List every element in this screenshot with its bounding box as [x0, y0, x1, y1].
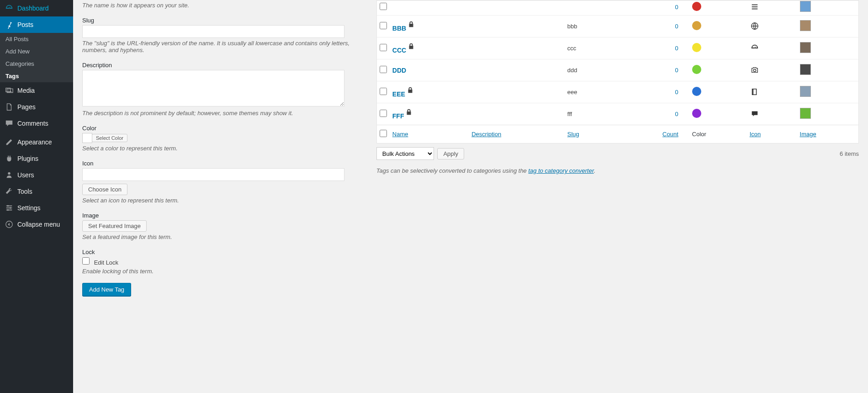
sidebar-item-media[interactable]: Media — [0, 82, 73, 99]
lock-field-wrap: Lock Edit Lock Enable locking of this te… — [82, 249, 358, 275]
image-description: Set a featured image for this term. — [82, 234, 358, 240]
col-image-footer[interactable]: Image — [800, 131, 816, 138]
svg-rect-9 — [752, 5, 757, 5]
sidebar-subitem-all-posts[interactable]: All Posts — [0, 33, 73, 45]
row-description — [467, 81, 563, 103]
lock-icon — [406, 90, 414, 95]
col-count-footer[interactable]: Count — [662, 131, 678, 138]
row-checkbox[interactable] — [380, 44, 387, 51]
svg-point-7 — [7, 209, 9, 211]
tag-to-category-converter-link[interactable]: tag to category converter — [528, 167, 593, 174]
sidebar-item-label: Dashboard — [17, 5, 49, 12]
table-row: CCCccc0 — [377, 37, 858, 59]
row-checkbox[interactable] — [380, 66, 387, 73]
sidebar-item-pages[interactable]: Pages — [0, 99, 73, 115]
col-description-footer[interactable]: Description — [471, 131, 501, 138]
add-new-tag-button[interactable]: Add New Tag — [82, 283, 131, 296]
svg-point-6 — [10, 207, 11, 209]
row-name-link[interactable]: EEE — [392, 91, 405, 98]
sidebar-subitem-add-new[interactable]: Add New — [0, 45, 73, 58]
select-color-button[interactable]: Select Color — [92, 134, 127, 142]
media-icon — [5, 86, 14, 95]
bulk-actions-select[interactable]: Bulk Actions — [376, 147, 434, 160]
plugins-icon — [5, 154, 14, 163]
sidebar-item-settings[interactable]: Settings — [0, 200, 73, 216]
set-featured-image-button[interactable]: Set Featured Image — [82, 220, 147, 232]
row-color-dot — [692, 65, 701, 74]
slug-label: Slug — [82, 17, 358, 24]
slug-input[interactable] — [82, 25, 344, 38]
icon-input[interactable] — [82, 168, 344, 181]
svg-point-13 — [753, 69, 756, 71]
admin-sidebar: DashboardPostsAll PostsAdd NewCategories… — [0, 0, 73, 304]
select-all-footer-checkbox[interactable] — [380, 130, 387, 137]
row-name-link[interactable]: CCC — [392, 47, 406, 54]
users-icon — [5, 170, 14, 180]
slug-field-wrap: Slug The "slug" is the URL-friendly vers… — [82, 17, 358, 53]
col-name-footer[interactable]: Name — [392, 131, 408, 138]
collapse-icon — [5, 220, 14, 229]
row-count-link[interactable]: 0 — [675, 45, 678, 52]
row-checkbox[interactable] — [380, 22, 387, 29]
sidebar-item-label: Plugins — [17, 155, 38, 162]
bulk-apply-button[interactable]: Apply — [437, 148, 464, 159]
row-image-thumb — [800, 108, 811, 119]
row-count-link[interactable]: 0 — [675, 4, 678, 11]
edit-lock-checkbox[interactable] — [82, 257, 90, 265]
row-name-link[interactable]: FFF — [392, 113, 404, 120]
row-color-dot — [692, 2, 701, 11]
svg-rect-11 — [752, 9, 757, 10]
color-field-wrap: Color Select Color Select a color to rep… — [82, 125, 358, 152]
sidebar-item-label: Tools — [17, 188, 32, 195]
sidebar-item-appearance[interactable]: Appearance — [0, 134, 73, 150]
row-description — [467, 37, 563, 59]
sidebar-item-comments[interactable]: Comments — [0, 115, 73, 132]
description-input[interactable] — [82, 70, 344, 106]
svg-point-5 — [7, 205, 9, 207]
row-name-link[interactable]: BBB — [392, 25, 406, 32]
sidebar-item-plugins[interactable]: Plugins — [0, 150, 73, 167]
lock-icon — [407, 24, 415, 29]
row-count-link[interactable]: 0 — [675, 89, 678, 96]
sidebar-item-collapse[interactable]: Collapse menu — [0, 216, 73, 233]
table-row: FFFfff0 — [377, 103, 858, 125]
sidebar-item-label: Settings — [17, 204, 41, 212]
image-label: Image — [82, 212, 358, 219]
col-icon-footer[interactable]: Icon — [750, 131, 761, 138]
sidebar-subitem-tags[interactable]: Tags — [0, 70, 73, 82]
row-count-link[interactable]: 0 — [675, 23, 678, 30]
submit-wrap: Add New Tag — [82, 283, 358, 296]
svg-rect-10 — [752, 6, 757, 7]
sidebar-item-posts[interactable]: Posts — [0, 16, 73, 33]
row-description — [467, 103, 563, 125]
row-image-thumb — [800, 86, 811, 97]
table-row: DDDddd0 — [377, 59, 858, 81]
slug-description: The "slug" is the URL-friendly version o… — [82, 40, 358, 53]
color-swatch[interactable] — [82, 133, 92, 143]
svg-point-0 — [8, 90, 9, 90]
row-icon — [750, 87, 760, 97]
row-name-link[interactable]: DDD — [392, 67, 406, 74]
row-slug: ccc — [563, 37, 614, 59]
row-checkbox[interactable] — [380, 110, 387, 117]
row-description — [467, 15, 563, 37]
row-checkbox[interactable] — [380, 3, 387, 10]
row-count-link[interactable]: 0 — [675, 67, 678, 74]
name-field-wrap: The name is how it appears on your site. — [82, 2, 358, 9]
row-checkbox[interactable] — [380, 88, 387, 95]
appearance-icon — [5, 138, 14, 147]
sidebar-item-dashboard[interactable]: Dashboard — [0, 0, 73, 16]
sidebar-subitem-categories[interactable]: Categories — [0, 58, 73, 70]
row-image-thumb — [800, 20, 811, 31]
choose-icon-button[interactable]: Choose Icon — [82, 184, 127, 195]
row-icon — [750, 2, 760, 12]
pages-icon — [5, 102, 14, 112]
row-count-link[interactable]: 0 — [675, 111, 678, 117]
sidebar-item-label: Pages — [17, 103, 36, 111]
add-tag-form-column: The name is how it appears on your site.… — [73, 0, 367, 304]
sidebar-item-tools[interactable]: Tools — [0, 183, 73, 200]
tools-icon — [5, 187, 14, 196]
table-row: EEEeee0 — [377, 81, 858, 103]
col-slug-footer[interactable]: Slug — [567, 131, 579, 138]
sidebar-item-users[interactable]: Users — [0, 167, 73, 183]
